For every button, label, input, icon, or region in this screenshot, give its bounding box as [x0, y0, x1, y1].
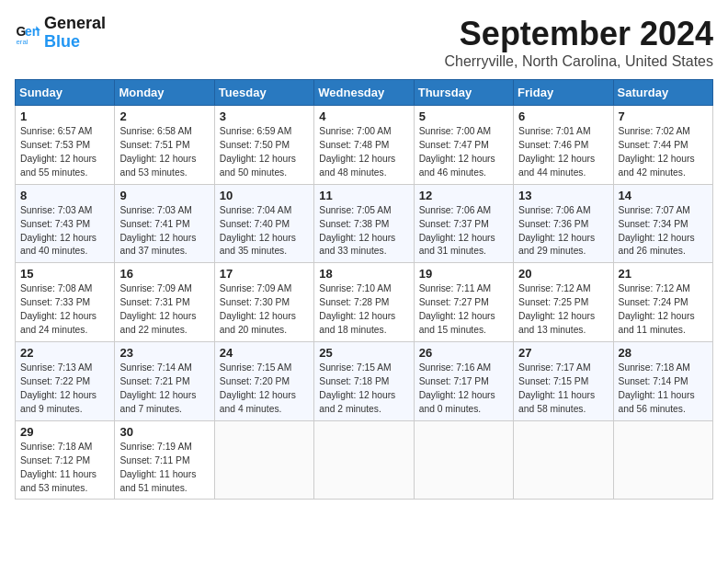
day-info: Sunrise: 7:12 AM Sunset: 7:25 PM Dayligh… [518, 282, 608, 338]
day-number: 26 [419, 346, 508, 360]
header-day-thursday: Thursday [414, 80, 513, 106]
day-info: Sunrise: 7:00 AM Sunset: 7:47 PM Dayligh… [419, 125, 508, 180]
day-info: Sunrise: 7:17 AM Sunset: 7:15 PM Dayligh… [518, 362, 608, 417]
day-number: 10 [220, 189, 309, 202]
day-number: 15 [20, 267, 109, 281]
day-info: Sunrise: 6:57 AM Sunset: 7:53 PM Dayligh… [20, 125, 109, 180]
calendar-subtitle: Cherryville, North Carolina, United Stat… [444, 53, 713, 70]
day-info: Sunrise: 7:07 AM Sunset: 7:34 PM Dayligh… [619, 204, 708, 259]
header-day-saturday: Saturday [613, 80, 712, 106]
day-info: Sunrise: 7:12 AM Sunset: 7:24 PM Dayligh… [619, 282, 708, 338]
calendar-cell: 9Sunrise: 7:03 AM Sunset: 7:41 PM Daylig… [115, 184, 214, 263]
day-info: Sunrise: 7:05 AM Sunset: 7:38 PM Dayligh… [319, 204, 408, 259]
calendar-cell: 1Sunrise: 6:57 AM Sunset: 7:53 PM Daylig… [16, 106, 115, 185]
logo-line2: Blue [44, 33, 106, 52]
calendar-cell: 7Sunrise: 7:02 AM Sunset: 7:44 PM Daylig… [613, 106, 712, 185]
calendar-cell: 22Sunrise: 7:13 AM Sunset: 7:22 PM Dayli… [16, 342, 115, 421]
day-info: Sunrise: 7:04 AM Sunset: 7:40 PM Dayligh… [220, 204, 309, 259]
day-number: 13 [518, 189, 608, 202]
calendar-cell: 16Sunrise: 7:09 AM Sunset: 7:31 PM Dayli… [115, 263, 214, 342]
calendar-cell [514, 420, 613, 500]
calendar-cell [214, 420, 313, 500]
day-info: Sunrise: 7:19 AM Sunset: 7:11 PM Dayligh… [119, 441, 209, 496]
calendar-cell: 28Sunrise: 7:18 AM Sunset: 7:14 PM Dayli… [613, 342, 712, 421]
svg-text:eral: eral [17, 38, 28, 46]
day-number: 2 [119, 109, 209, 123]
calendar-cell: 30Sunrise: 7:19 AM Sunset: 7:11 PM Dayli… [115, 420, 214, 500]
calendar-cell: 14Sunrise: 7:07 AM Sunset: 7:34 PM Dayli… [613, 184, 712, 263]
calendar-week-row: 1Sunrise: 6:57 AM Sunset: 7:53 PM Daylig… [16, 106, 713, 185]
calendar-cell: 20Sunrise: 7:12 AM Sunset: 7:25 PM Dayli… [514, 263, 613, 342]
calendar-cell: 3Sunrise: 6:59 AM Sunset: 7:50 PM Daylig… [214, 106, 313, 185]
calendar-cell: 18Sunrise: 7:10 AM Sunset: 7:28 PM Dayli… [314, 263, 414, 342]
day-number: 3 [220, 109, 309, 123]
day-number: 1 [20, 109, 109, 123]
day-number: 9 [119, 189, 209, 202]
day-number: 25 [319, 346, 408, 360]
calendar-cell: 25Sunrise: 7:15 AM Sunset: 7:18 PM Dayli… [314, 342, 414, 421]
header-day-friday: Friday [514, 80, 613, 106]
day-info: Sunrise: 7:01 AM Sunset: 7:46 PM Dayligh… [518, 125, 608, 180]
day-info: Sunrise: 7:18 AM Sunset: 7:14 PM Dayligh… [619, 362, 708, 417]
calendar-cell [314, 420, 414, 500]
day-number: 22 [20, 346, 109, 360]
calendar-cell: 26Sunrise: 7:16 AM Sunset: 7:17 PM Dayli… [414, 342, 513, 421]
day-info: Sunrise: 7:13 AM Sunset: 7:22 PM Dayligh… [20, 362, 109, 417]
day-number: 4 [319, 109, 408, 123]
calendar-cell: 4Sunrise: 7:00 AM Sunset: 7:48 PM Daylig… [314, 106, 414, 185]
calendar-cell: 13Sunrise: 7:06 AM Sunset: 7:36 PM Dayli… [514, 184, 613, 263]
calendar-cell: 12Sunrise: 7:06 AM Sunset: 7:37 PM Dayli… [414, 184, 513, 263]
day-number: 6 [518, 109, 608, 123]
calendar-cell: 11Sunrise: 7:05 AM Sunset: 7:38 PM Dayli… [314, 184, 414, 263]
logo-line1: General [44, 15, 106, 33]
calendar-week-row: 15Sunrise: 7:08 AM Sunset: 7:33 PM Dayli… [16, 263, 713, 342]
day-info: Sunrise: 7:06 AM Sunset: 7:37 PM Dayligh… [419, 204, 508, 259]
day-number: 8 [20, 189, 109, 202]
calendar-cell: 21Sunrise: 7:12 AM Sunset: 7:24 PM Dayli… [613, 263, 712, 342]
day-info: Sunrise: 7:06 AM Sunset: 7:36 PM Dayligh… [518, 204, 608, 259]
day-number: 16 [119, 267, 209, 281]
calendar-header-row: SundayMondayTuesdayWednesdayThursdayFrid… [16, 80, 713, 106]
header-day-sunday: Sunday [16, 80, 115, 106]
header-day-tuesday: Tuesday [214, 80, 313, 106]
day-number: 5 [419, 109, 508, 123]
calendar-week-row: 29Sunrise: 7:18 AM Sunset: 7:12 PM Dayli… [16, 420, 713, 500]
calendar-cell: 27Sunrise: 7:17 AM Sunset: 7:15 PM Dayli… [514, 342, 613, 421]
calendar-cell: 10Sunrise: 7:04 AM Sunset: 7:40 PM Dayli… [214, 184, 313, 263]
day-number: 7 [619, 109, 708, 123]
header-day-wednesday: Wednesday [314, 80, 414, 106]
calendar-title: September 2024 [444, 15, 713, 53]
day-info: Sunrise: 7:02 AM Sunset: 7:44 PM Dayligh… [619, 125, 708, 180]
day-info: Sunrise: 7:16 AM Sunset: 7:17 PM Dayligh… [419, 362, 508, 417]
day-info: Sunrise: 7:18 AM Sunset: 7:12 PM Dayligh… [20, 441, 109, 496]
day-info: Sunrise: 7:03 AM Sunset: 7:41 PM Dayligh… [119, 204, 209, 259]
calendar-cell: 8Sunrise: 7:03 AM Sunset: 7:43 PM Daylig… [16, 184, 115, 263]
calendar-cell: 5Sunrise: 7:00 AM Sunset: 7:47 PM Daylig… [414, 106, 513, 185]
logo: G en eral General Blue [15, 15, 106, 52]
day-info: Sunrise: 7:14 AM Sunset: 7:21 PM Dayligh… [119, 362, 209, 417]
day-number: 30 [119, 425, 209, 439]
calendar-cell: 24Sunrise: 7:15 AM Sunset: 7:20 PM Dayli… [214, 342, 313, 421]
calendar-week-row: 22Sunrise: 7:13 AM Sunset: 7:22 PM Dayli… [16, 342, 713, 421]
day-info: Sunrise: 7:08 AM Sunset: 7:33 PM Dayligh… [20, 282, 109, 338]
logo-icon: G en eral [15, 20, 40, 46]
calendar-cell: 23Sunrise: 7:14 AM Sunset: 7:21 PM Dayli… [115, 342, 214, 421]
calendar-cell: 2Sunrise: 6:58 AM Sunset: 7:51 PM Daylig… [115, 106, 214, 185]
day-info: Sunrise: 7:10 AM Sunset: 7:28 PM Dayligh… [319, 282, 408, 338]
calendar-cell: 29Sunrise: 7:18 AM Sunset: 7:12 PM Dayli… [16, 420, 115, 500]
day-info: Sunrise: 7:15 AM Sunset: 7:18 PM Dayligh… [319, 362, 408, 417]
day-info: Sunrise: 7:15 AM Sunset: 7:20 PM Dayligh… [220, 362, 309, 417]
day-number: 11 [319, 189, 408, 202]
day-info: Sunrise: 7:09 AM Sunset: 7:31 PM Dayligh… [119, 282, 209, 338]
day-number: 18 [319, 267, 408, 281]
day-info: Sunrise: 7:00 AM Sunset: 7:48 PM Dayligh… [319, 125, 408, 180]
calendar-cell: 15Sunrise: 7:08 AM Sunset: 7:33 PM Dayli… [16, 263, 115, 342]
calendar-week-row: 8Sunrise: 7:03 AM Sunset: 7:43 PM Daylig… [16, 184, 713, 263]
calendar-cell [414, 420, 513, 500]
day-info: Sunrise: 6:59 AM Sunset: 7:50 PM Dayligh… [220, 125, 309, 180]
day-info: Sunrise: 7:09 AM Sunset: 7:30 PM Dayligh… [220, 282, 309, 338]
calendar-cell: 6Sunrise: 7:01 AM Sunset: 7:46 PM Daylig… [514, 106, 613, 185]
day-number: 23 [119, 346, 209, 360]
day-number: 14 [619, 189, 708, 202]
day-info: Sunrise: 7:03 AM Sunset: 7:43 PM Dayligh… [20, 204, 109, 259]
